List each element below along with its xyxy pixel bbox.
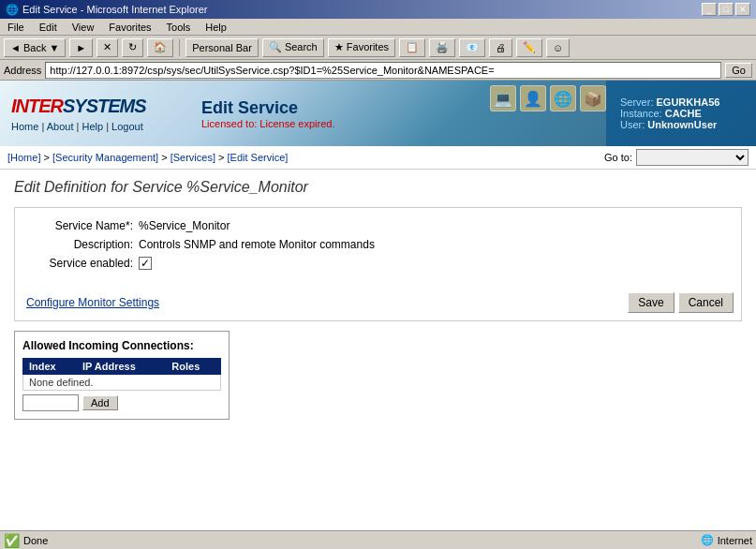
user-row: User: UnknownUser (620, 119, 742, 130)
no-data-row: None defined. (23, 375, 221, 391)
user-label: User: (620, 119, 645, 130)
title-bar: 🌐 Edit Service - Microsoft Internet Expl… (0, 0, 756, 19)
instance-row: Instance: CACHE (620, 108, 742, 119)
banner-icon-3: 🌐 (550, 85, 576, 111)
back-button[interactable]: ◄ Back ▼ (4, 38, 66, 57)
banner-icon-1: 💻 (490, 85, 516, 111)
goto-label: Go to: (604, 152, 632, 163)
server-value: EGURKHA56 (657, 96, 720, 108)
cancel-button[interactable]: Cancel (678, 292, 734, 313)
menu-favorites[interactable]: Favorites (105, 21, 155, 34)
server-label: Server: (620, 96, 653, 108)
licensed-text: Licensed to: License expired. (201, 118, 334, 129)
header-banner: INTERSYSTEMS Home | About | Help | Logou… (0, 81, 756, 146)
breadcrumb-security[interactable]: [Security Management] (52, 152, 158, 163)
edit-service-heading: Edit Service (201, 98, 334, 118)
refresh-button[interactable]: ↻ (122, 38, 143, 57)
window-icon: 🌐 (6, 4, 19, 16)
page-title: Edit Definition for Service %Service_Mon… (14, 179, 742, 196)
forward-button[interactable]: ► (69, 38, 93, 57)
header-nav: Home | About | Help | Logout (11, 121, 176, 132)
menu-view[interactable]: View (68, 21, 98, 34)
save-button[interactable]: Save (628, 292, 674, 313)
personal-bar-button[interactable]: Personal Bar (185, 38, 259, 57)
goto-select[interactable] (636, 149, 749, 166)
connections-table: Index IP Address Roles None defined. (22, 358, 221, 391)
banner-icons: 💻 👤 🌐 📦 (490, 85, 606, 111)
media-button[interactable]: 📋 (399, 38, 425, 57)
description-value: Controls SNMP and remote Monitor command… (139, 238, 375, 251)
service-enabled-label: Service enabled: (26, 257, 139, 270)
main-content: Edit Definition for Service %Service_Mon… (0, 170, 756, 533)
mail-button[interactable]: 📧 (459, 38, 485, 57)
go-button[interactable]: Go (725, 63, 752, 78)
nav-logout-link[interactable]: Logout (111, 121, 143, 132)
page-title-service: %Service_Monitor (186, 179, 308, 195)
discuss-button[interactable]: ☺ (546, 38, 570, 57)
col-index: Index (23, 359, 77, 375)
favorites-button[interactable]: ★ Favorites (328, 38, 395, 57)
menu-file[interactable]: File (4, 21, 28, 34)
service-name-value: %Service_Monitor (139, 219, 230, 232)
page-title-prefix: Edit Definition for Service (14, 179, 186, 195)
form-box: Service Name*: %Service_Monitor Descript… (14, 207, 742, 321)
menu-tools[interactable]: Tools (163, 21, 195, 34)
col-roles: Roles (166, 359, 221, 375)
minimize-button[interactable]: _ (702, 3, 717, 16)
service-name-label: Service Name*: (26, 219, 139, 232)
description-label: Description: (26, 238, 139, 251)
col-ip-address: IP Address (76, 359, 165, 375)
address-input[interactable] (45, 62, 721, 79)
configure-monitor-link[interactable]: Configure Monitor Settings (26, 296, 159, 309)
history-button[interactable]: 🖨️ (429, 38, 455, 57)
edit-service-header: Edit Service Licensed to: License expire… (187, 81, 348, 146)
breadcrumb: [Home] > [Security Management] > [Servic… (0, 146, 756, 170)
zone-text: Internet (718, 535, 752, 546)
table-header-row: Index IP Address Roles (23, 359, 221, 375)
toolbar: ◄ Back ▼ ► ✕ ↻ 🏠 Personal Bar 🔍 Search ★… (0, 36, 756, 60)
nav-home-link[interactable]: Home (11, 121, 38, 132)
none-defined-text: None defined. (23, 375, 221, 391)
description-row: Description: Controls SNMP and remote Mo… (26, 238, 730, 251)
toolbar-separator-1 (179, 39, 180, 56)
add-button[interactable]: Add (82, 395, 118, 410)
search-button[interactable]: 🔍 Search (262, 38, 324, 57)
window-controls: _ □ ✕ (702, 3, 750, 16)
maximize-button[interactable]: □ (719, 3, 734, 16)
status-bar: ✅ Done 🌐 Internet (0, 530, 756, 549)
status-left: ✅ Done (4, 533, 48, 548)
breadcrumb-services[interactable]: [Services] (170, 152, 215, 163)
allowed-connections-title: Allowed Incoming Connections: (22, 339, 221, 352)
server-row: Server: EGURKHA56 (620, 96, 742, 108)
banner-icon-2: 👤 (520, 85, 546, 111)
home-button[interactable]: 🏠 (147, 38, 173, 57)
status-icon: ✅ (4, 533, 20, 548)
logo-section: INTERSYSTEMS Home | About | Help | Logou… (0, 81, 187, 146)
service-enabled-checkbox[interactable]: ✓ (139, 257, 152, 270)
breadcrumb-edit-service[interactable]: [Edit Service] (228, 152, 289, 163)
edit-button[interactable]: ✏️ (516, 38, 542, 57)
logo-inter: INTER (11, 96, 63, 116)
breadcrumb-path: [Home] > [Security Management] > [Servic… (7, 152, 288, 163)
address-label: Address (4, 65, 41, 76)
close-button[interactable]: ✕ (735, 3, 750, 16)
service-name-row: Service Name*: %Service_Monitor (26, 219, 730, 232)
add-input[interactable] (22, 394, 79, 411)
instance-value: CACHE (665, 108, 702, 119)
print-button[interactable]: 🖨 (489, 38, 512, 57)
menu-help[interactable]: Help (201, 21, 230, 34)
server-info: Server: EGURKHA56 Instance: CACHE User: … (606, 81, 756, 146)
internet-icon: 🌐 (701, 534, 714, 546)
nav-help-link[interactable]: Help (82, 121, 103, 132)
menu-edit[interactable]: Edit (36, 21, 61, 34)
service-enabled-row: Service enabled: ✓ (26, 257, 730, 270)
stop-button[interactable]: ✕ (96, 38, 118, 57)
window-title: Edit Service - Microsoft Internet Explor… (22, 4, 207, 15)
breadcrumb-home[interactable]: [Home] (7, 152, 40, 163)
logo-systems: SYSTEMS (63, 96, 146, 116)
banner-icon-4: 📦 (580, 85, 606, 111)
nav-about-link[interactable]: About (47, 121, 74, 132)
instance-label: Instance: (620, 108, 662, 119)
goto-section: Go to: (604, 149, 749, 166)
user-value: UnknownUser (647, 119, 717, 130)
